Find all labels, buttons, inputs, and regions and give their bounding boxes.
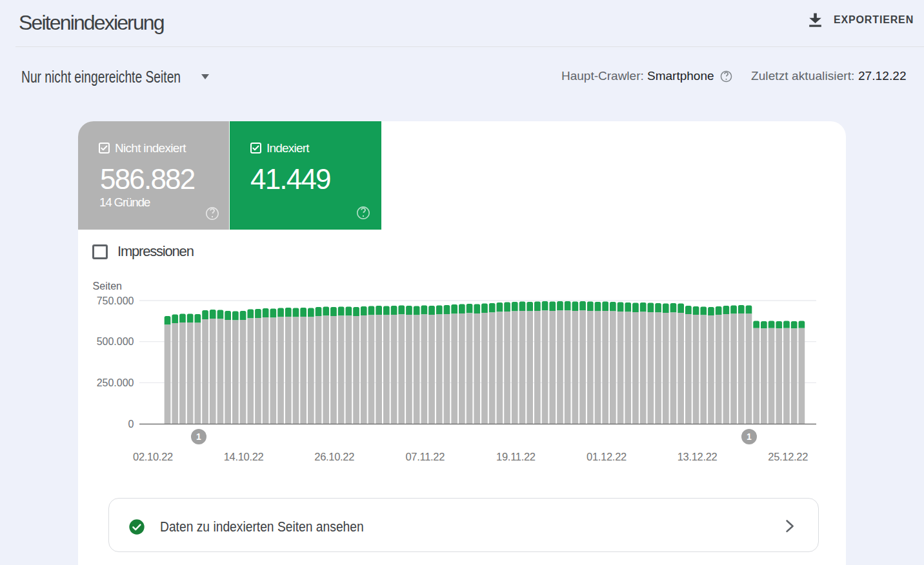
- svg-text:500.000: 500.000: [97, 336, 134, 347]
- svg-text:07.11.22: 07.11.22: [405, 451, 445, 462]
- svg-text:02.10.22: 02.10.22: [133, 451, 173, 462]
- svg-text:01.12.22: 01.12.22: [587, 451, 627, 462]
- svg-text:26.10.22: 26.10.22: [314, 451, 354, 462]
- svg-text:1: 1: [196, 431, 201, 442]
- svg-text:25.12.22: 25.12.22: [768, 451, 808, 462]
- svg-text:0: 0: [128, 419, 134, 430]
- svg-text:14.10.22: 14.10.22: [224, 451, 264, 462]
- svg-text:750.000: 750.000: [97, 295, 134, 306]
- svg-text:1: 1: [747, 431, 752, 442]
- svg-text:Seiten: Seiten: [93, 281, 122, 292]
- svg-text:250.000: 250.000: [97, 377, 134, 388]
- svg-text:13.12.22: 13.12.22: [678, 451, 718, 462]
- svg-text:19.11.22: 19.11.22: [496, 451, 536, 462]
